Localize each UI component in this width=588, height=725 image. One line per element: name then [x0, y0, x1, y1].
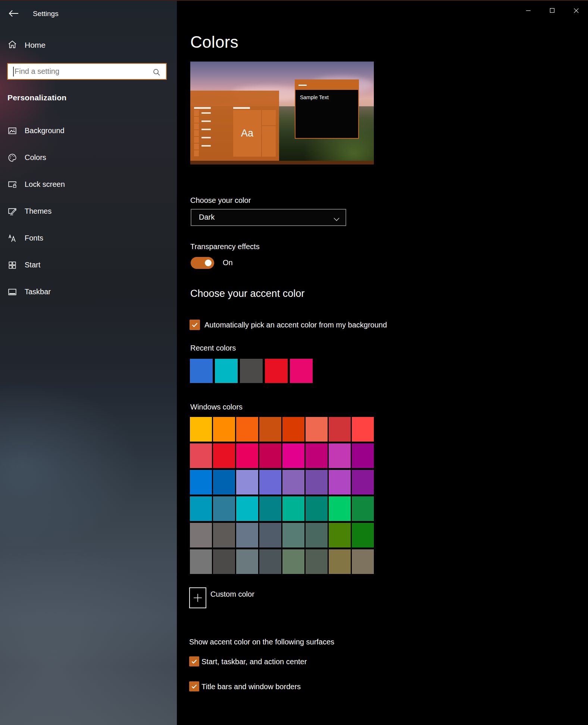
color-swatch[interactable]	[236, 417, 258, 442]
color-swatch[interactable]	[282, 496, 304, 521]
color-swatch[interactable]	[329, 470, 351, 495]
text-caret	[13, 67, 14, 76]
sidebar-item-start[interactable]: Start	[0, 256, 177, 274]
color-swatch[interactable]	[282, 549, 304, 574]
custom-color-label: Custom color	[210, 590, 254, 599]
color-swatch[interactable]	[352, 496, 374, 521]
sidebar-item-taskbar[interactable]: Taskbar	[0, 283, 177, 301]
color-swatch[interactable]	[190, 417, 212, 442]
sidebar-item-label: Themes	[25, 207, 51, 216]
color-swatch[interactable]	[282, 523, 304, 547]
color-swatch[interactable]	[329, 496, 351, 521]
sidebar: Settings Home Personalization Background	[0, 1, 177, 725]
sidebar-item-label: Home	[25, 41, 46, 50]
close-icon	[573, 8, 579, 13]
surface-title-bars-checkbox[interactable]	[189, 681, 199, 691]
color-swatch[interactable]	[259, 496, 281, 521]
theme-preview: Aa Sample Text	[190, 62, 374, 164]
sidebar-item-background[interactable]: Background	[0, 122, 177, 139]
color-swatch[interactable]	[213, 496, 235, 521]
surface-title-bars-label: Title bars and window borders	[201, 682, 301, 691]
color-swatch[interactable]	[213, 523, 235, 547]
color-swatch[interactable]	[213, 417, 235, 442]
color-swatch[interactable]	[259, 443, 281, 468]
sidebar-item-label: Start	[25, 261, 40, 269]
search-icon[interactable]	[152, 68, 162, 79]
sidebar-item-label: Background	[25, 126, 65, 135]
maximize-icon	[550, 8, 555, 13]
chevron-down-icon	[334, 216, 340, 223]
window-controls	[516, 2, 588, 19]
minimize-button[interactable]	[516, 2, 540, 19]
surface-start-taskbar-label: Start, taskbar, and action center	[201, 657, 307, 666]
color-swatch[interactable]	[240, 359, 263, 383]
surface-start-taskbar-checkbox[interactable]	[189, 656, 199, 666]
color-swatch[interactable]	[213, 470, 235, 495]
auto-pick-label: Automatically pick an accent color from …	[204, 321, 387, 329]
color-swatch[interactable]	[190, 443, 212, 468]
color-swatch[interactable]	[329, 443, 351, 468]
color-swatch[interactable]	[352, 417, 374, 442]
palette-icon	[7, 153, 17, 164]
color-swatch[interactable]	[215, 359, 238, 383]
color-swatch[interactable]	[236, 549, 258, 574]
color-swatch[interactable]	[329, 549, 351, 574]
custom-color-button[interactable]	[189, 587, 206, 608]
color-swatch[interactable]	[352, 443, 374, 468]
search-input[interactable]	[8, 64, 166, 79]
page-title: Colors	[190, 33, 238, 51]
color-swatch[interactable]	[190, 549, 212, 574]
color-swatch[interactable]	[282, 443, 304, 468]
color-swatch[interactable]	[236, 523, 258, 547]
color-swatch[interactable]	[352, 470, 374, 495]
color-swatch[interactable]	[329, 523, 351, 547]
color-swatch[interactable]	[306, 417, 328, 442]
sidebar-item-label: Taskbar	[25, 288, 51, 296]
color-swatch[interactable]	[265, 359, 288, 383]
color-swatch[interactable]	[282, 470, 304, 495]
color-swatch[interactable]	[352, 523, 374, 547]
color-swatch[interactable]	[213, 443, 235, 468]
color-swatch[interactable]	[329, 417, 351, 442]
color-swatch[interactable]	[190, 470, 212, 495]
color-swatch[interactable]	[190, 523, 212, 547]
close-button[interactable]	[564, 2, 588, 19]
window-accent-border	[0, 0, 588, 1]
preview-sample-window: Sample Text	[295, 79, 359, 139]
color-swatch[interactable]	[282, 417, 304, 442]
color-swatch[interactable]	[213, 549, 235, 574]
preview-aa-tile: Aa	[233, 110, 261, 157]
toggle-knob	[205, 260, 212, 266]
sidebar-item-themes[interactable]: Themes	[0, 202, 177, 220]
back-button[interactable]	[7, 9, 20, 19]
color-swatch[interactable]	[259, 549, 281, 574]
plus-icon	[193, 593, 203, 603]
auto-pick-checkbox[interactable]	[190, 320, 200, 330]
sidebar-item-home[interactable]: Home	[0, 38, 177, 53]
color-swatch[interactable]	[306, 549, 328, 574]
color-swatch[interactable]	[236, 443, 258, 468]
color-swatch[interactable]	[259, 417, 281, 442]
color-swatch[interactable]	[236, 496, 258, 521]
color-swatch[interactable]	[306, 496, 328, 521]
color-swatch[interactable]	[259, 470, 281, 495]
color-swatch[interactable]	[290, 359, 313, 383]
color-mode-dropdown[interactable]: Dark	[191, 209, 346, 226]
transparency-toggle[interactable]	[191, 257, 214, 269]
checkmark-icon	[191, 683, 197, 690]
color-swatch[interactable]	[236, 470, 258, 495]
color-swatch[interactable]	[352, 549, 374, 574]
color-swatch[interactable]	[306, 470, 328, 495]
color-swatch[interactable]	[306, 443, 328, 468]
sidebar-item-colors[interactable]: Colors	[0, 148, 177, 166]
color-swatch[interactable]	[190, 359, 213, 383]
minimize-icon	[526, 8, 531, 13]
color-swatch[interactable]	[259, 523, 281, 547]
themes-icon	[7, 207, 17, 218]
color-swatch[interactable]	[306, 523, 328, 547]
maximize-button[interactable]	[540, 2, 564, 19]
preview-taskbar	[190, 161, 374, 164]
color-swatch[interactable]	[190, 496, 212, 521]
sidebar-item-lock-screen[interactable]: Lock screen	[0, 175, 177, 193]
sidebar-item-fonts[interactable]: Fonts	[0, 229, 177, 247]
